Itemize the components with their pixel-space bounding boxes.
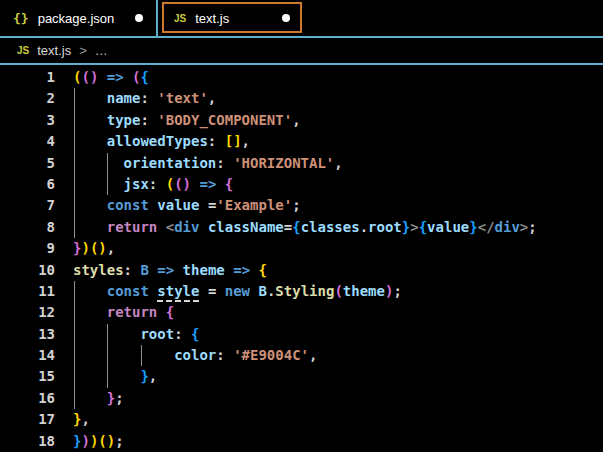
- line-number: 2: [0, 88, 55, 109]
- line-number: 15: [0, 366, 55, 387]
- code-editor[interactable]: 1(() => ({2name: 'text',3type: 'BODY_COM…: [0, 65, 603, 452]
- code-token: =>: [233, 262, 250, 278]
- code-line[interactable]: 11const style = new B.Styling(theme);: [0, 281, 603, 302]
- code-token: ,: [107, 240, 115, 256]
- js-file-icon: JS: [174, 13, 186, 24]
- code-line-text: allowedTypes: [],: [73, 131, 603, 152]
- code-token: {: [166, 304, 174, 320]
- indent-guide: [74, 324, 75, 345]
- code-line-text: color: '#E9004C',: [73, 345, 603, 366]
- code-token: ,: [81, 411, 89, 427]
- code-token: :: [140, 90, 157, 106]
- code-line[interactable]: 10styles: B => theme => {: [0, 260, 603, 281]
- code-line[interactable]: 5orientation: 'HORIZONTAL',: [0, 153, 603, 174]
- tab-label-text-js: text.js: [195, 11, 273, 26]
- code-token: (: [81, 69, 89, 85]
- line-number: 13: [0, 324, 55, 345]
- code-token: :: [208, 133, 225, 149]
- code-token: =: [284, 219, 292, 235]
- code-line[interactable]: 13root: {: [0, 324, 603, 345]
- code-line-text: type: 'BODY_COMPONENT',: [73, 110, 603, 131]
- code-line[interactable]: 8return <div className={classes.root}>{v…: [0, 217, 603, 238]
- code-line[interactable]: 14color: '#E9004C',: [0, 345, 603, 366]
- code-token: B: [258, 283, 266, 299]
- code-line[interactable]: 16};: [0, 388, 603, 409]
- code-token: style: [157, 283, 199, 302]
- code-line-text: root: {: [73, 324, 603, 345]
- line-number: 6: [0, 174, 55, 195]
- code-token: Styling: [275, 283, 334, 299]
- code-token: (: [174, 176, 182, 192]
- code-line[interactable]: 1(() => ({: [0, 67, 603, 88]
- code-token: ): [81, 240, 89, 256]
- line-number: 14: [0, 345, 55, 366]
- line-number: 4: [0, 131, 55, 152]
- code-line[interactable]: 7const value ='Example';: [0, 195, 603, 216]
- code-line[interactable]: 4allowedTypes: [],: [0, 131, 603, 152]
- code-token: root: [140, 326, 174, 342]
- code-token: :: [216, 155, 233, 171]
- unsaved-changes-dot[interactable]: [282, 14, 290, 22]
- code-token: >: [410, 219, 418, 235]
- tab-text-js[interactable]: JS text.js: [158, 0, 306, 36]
- indent-guide: [74, 195, 75, 216]
- code-token: ,: [292, 112, 300, 128]
- code-token: ,: [309, 347, 317, 363]
- code-lines: 1(() => ({2name: 'text',3type: 'BODY_COM…: [0, 67, 603, 452]
- code-line[interactable]: 9})(),: [0, 238, 603, 259]
- code-token: orientation: [124, 155, 217, 171]
- code-token: }: [140, 368, 148, 384]
- breadcrumb-ellipsis[interactable]: …: [95, 43, 108, 58]
- indent-guide: [74, 153, 75, 174]
- line-number: 12: [0, 302, 55, 323]
- code-token: const: [107, 283, 149, 299]
- code-token: =>: [107, 69, 124, 85]
- unsaved-changes-dot[interactable]: [135, 14, 143, 22]
- breadcrumb-file[interactable]: text.js: [37, 43, 71, 58]
- indent-guide: [74, 217, 75, 238]
- line-number: 17: [0, 409, 55, 430]
- code-line-text: const value ='Example';: [73, 195, 603, 216]
- code-token: B: [140, 262, 148, 278]
- code-token: {: [225, 176, 233, 192]
- code-line[interactable]: 18}))();: [0, 431, 603, 452]
- code-line[interactable]: 2name: 'text',: [0, 88, 603, 109]
- line-number: 16: [0, 388, 55, 409]
- line-number: 8: [0, 217, 55, 238]
- code-token: '#E9004C': [233, 347, 309, 363]
- code-token: value: [427, 219, 469, 235]
- indent-guide: [74, 88, 75, 109]
- code-token: [174, 262, 182, 278]
- line-number: 1: [0, 67, 55, 88]
- code-line-text: }))();: [73, 431, 603, 452]
- code-token: {: [191, 326, 199, 342]
- code-token: name: [107, 90, 141, 106]
- line-number: 18: [0, 431, 55, 452]
- code-token: [216, 176, 224, 192]
- code-token: <: [166, 219, 174, 235]
- code-token: ;: [393, 283, 401, 299]
- code-token: =>: [157, 262, 174, 278]
- code-token: styles: [73, 262, 124, 278]
- code-line[interactable]: 17},: [0, 409, 603, 430]
- code-line-text: },: [73, 366, 603, 387]
- indent-guide: [107, 345, 108, 366]
- code-token: ,: [242, 133, 250, 149]
- code-token: :: [149, 176, 166, 192]
- indent-guide: [74, 302, 75, 323]
- code-token: [98, 69, 106, 85]
- line-number: 10: [0, 260, 55, 281]
- code-line-text: };: [73, 388, 603, 409]
- code-token: (: [334, 283, 342, 299]
- code-token: {: [292, 219, 300, 235]
- code-line[interactable]: 6jsx: (() => {: [0, 174, 603, 195]
- line-number: 7: [0, 195, 55, 216]
- code-line[interactable]: 3type: 'BODY_COMPONENT',: [0, 110, 603, 131]
- tab-label-package-json: package.json: [38, 11, 126, 26]
- code-line[interactable]: 15},: [0, 366, 603, 387]
- code-line-text: return {: [73, 302, 603, 323]
- code-token: color: [174, 347, 216, 363]
- code-line[interactable]: 12return {: [0, 302, 603, 323]
- tab-package-json[interactable]: {} package.json: [0, 0, 156, 36]
- code-token: }: [402, 219, 410, 235]
